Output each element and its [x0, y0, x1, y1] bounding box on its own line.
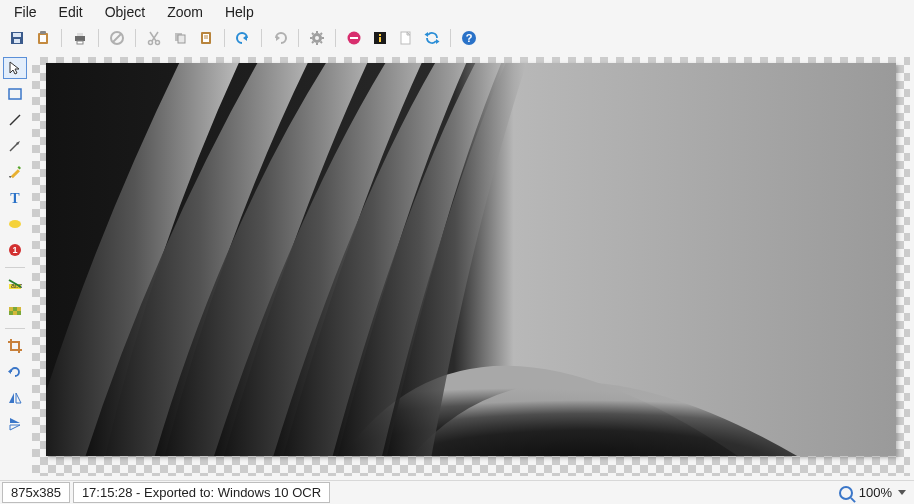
svg-marker-22 [276, 35, 280, 41]
svg-line-10 [113, 34, 121, 42]
flip-v-icon [7, 416, 23, 432]
svg-marker-21 [243, 35, 247, 41]
svg-marker-65 [8, 369, 11, 374]
tool-text-marker[interactable]: abc [3, 274, 27, 296]
zoom-value: 100% [859, 485, 892, 500]
svg-line-46 [10, 115, 20, 125]
stop-button[interactable] [343, 27, 365, 49]
svg-marker-66 [9, 393, 14, 403]
menu-file[interactable]: File [14, 4, 37, 20]
clipboard-button[interactable] [195, 27, 217, 49]
marker-icon: abc [7, 277, 23, 293]
svg-point-53 [9, 220, 21, 228]
side-sep [5, 267, 25, 268]
noentry-button[interactable] [106, 27, 128, 49]
settings-button[interactable] [306, 27, 328, 49]
menu-edit[interactable]: Edit [59, 4, 83, 20]
tool-highlight[interactable] [3, 213, 27, 235]
help-icon: ? [461, 30, 477, 46]
toolbar-sep [135, 29, 136, 47]
new-button[interactable] [395, 27, 417, 49]
flip-h-icon [7, 390, 23, 406]
menu-object[interactable]: Object [105, 4, 145, 20]
paste-icon [35, 30, 51, 46]
tool-pixelate[interactable] [3, 300, 27, 322]
svg-text:1: 1 [12, 245, 17, 255]
svg-line-29 [312, 33, 314, 35]
info-icon [372, 30, 388, 46]
statusbar: 875x385 17:15:28 - Exported to: Windows … [0, 480, 914, 504]
tool-rotate[interactable] [3, 361, 27, 383]
info-button[interactable] [369, 27, 391, 49]
pencil-icon [7, 164, 23, 180]
svg-point-14 [156, 41, 160, 45]
svg-rect-5 [40, 31, 46, 34]
svg-rect-45 [9, 89, 21, 99]
svg-marker-69 [10, 425, 20, 430]
svg-marker-68 [10, 418, 20, 423]
pointer-icon [7, 60, 23, 76]
svg-marker-50 [18, 166, 22, 170]
tool-crop[interactable] [3, 335, 27, 357]
tool-number[interactable]: 1 [3, 239, 27, 261]
svg-rect-8 [77, 41, 83, 44]
highlight-icon [7, 216, 23, 232]
cut-button[interactable] [143, 27, 165, 49]
undo-icon [235, 30, 251, 46]
cut-icon [146, 30, 162, 46]
tool-pointer[interactable] [3, 57, 27, 79]
svg-rect-63 [13, 311, 17, 315]
refresh-button[interactable] [421, 27, 443, 49]
print-button[interactable] [69, 27, 91, 49]
noentry-icon [109, 30, 125, 46]
svg-marker-44 [10, 62, 19, 74]
help-button[interactable]: ? [458, 27, 480, 49]
svg-text:?: ? [466, 32, 473, 44]
copy-icon [172, 30, 188, 46]
tool-rect-select[interactable] [3, 83, 27, 105]
copy-button[interactable] [169, 27, 191, 49]
save-button[interactable] [6, 27, 28, 49]
svg-line-32 [321, 33, 323, 35]
line-icon [7, 112, 23, 128]
tool-line[interactable] [3, 109, 27, 131]
refresh-icon [424, 30, 440, 46]
svg-line-30 [321, 42, 323, 44]
menubar: File Edit Object Zoom Help [0, 0, 914, 24]
tool-arrow[interactable] [3, 135, 27, 157]
toolbar: ? [0, 24, 914, 55]
svg-rect-61 [17, 307, 21, 311]
rectangle-select-icon [7, 86, 23, 102]
paste-button[interactable] [32, 27, 54, 49]
status-spacer [331, 481, 831, 504]
menu-help[interactable]: Help [225, 4, 254, 20]
svg-rect-1 [13, 33, 21, 37]
save-icon [9, 30, 25, 46]
tool-text[interactable]: T [3, 187, 27, 209]
svg-rect-7 [77, 33, 83, 36]
svg-rect-34 [350, 37, 358, 39]
arrow-icon [7, 138, 23, 154]
svg-marker-40 [425, 32, 429, 37]
gear-icon [309, 30, 325, 46]
tool-flip-horizontal[interactable] [3, 387, 27, 409]
undo-button[interactable] [232, 27, 254, 49]
svg-rect-36 [379, 34, 381, 36]
magnifier-icon [839, 486, 853, 500]
svg-rect-6 [75, 36, 85, 41]
svg-point-13 [149, 41, 153, 45]
svg-line-47 [10, 143, 18, 151]
redo-button[interactable] [269, 27, 291, 49]
tool-flip-vertical[interactable] [3, 413, 27, 435]
svg-rect-49 [11, 169, 20, 178]
menu-zoom[interactable]: Zoom [167, 4, 203, 20]
stop-icon [346, 30, 362, 46]
zoom-control[interactable]: 100% [831, 481, 914, 504]
toolbar-sep [450, 29, 451, 47]
toolbar-sep [335, 29, 336, 47]
number-icon: 1 [7, 242, 23, 258]
svg-line-31 [312, 42, 314, 44]
status-message: 17:15:28 - Exported to: Windows 10 OCR [73, 482, 330, 503]
tool-pencil[interactable] [3, 161, 27, 183]
canvas[interactable] [32, 57, 910, 476]
